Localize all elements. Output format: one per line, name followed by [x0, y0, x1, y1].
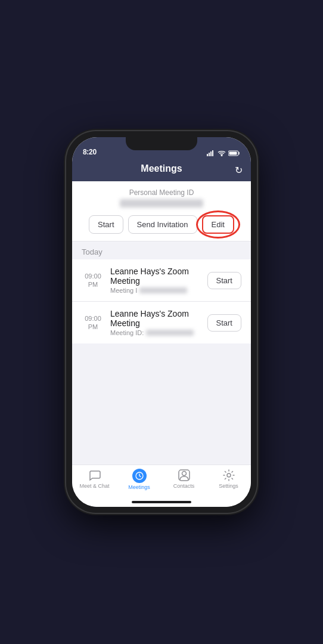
meeting-id-row: Meeting ID: [110, 329, 201, 336]
wifi-icon [218, 150, 226, 156]
meetings-icon-circle [132, 469, 147, 483]
svg-point-10 [227, 473, 231, 477]
svg-rect-6 [229, 152, 237, 155]
meeting-title: Leanne Hays's Zoom Meeting [110, 309, 201, 328]
tab-contacts-label: Contacts [173, 483, 195, 489]
tab-bar: Meet & Chat Meetings Co [72, 465, 251, 499]
status-time: 8:20 [83, 148, 97, 156]
gear-icon [222, 469, 235, 482]
meeting-item: 09:00 PM Leanne Hays's Zoom Meeting Meet… [72, 259, 251, 302]
svg-rect-1 [209, 153, 210, 156]
edit-button[interactable]: Edit [202, 215, 234, 234]
chat-icon [88, 469, 101, 482]
home-bar [132, 501, 191, 503]
svg-rect-0 [207, 154, 208, 156]
meeting-id-row: Meeting I [110, 287, 201, 294]
svg-rect-2 [210, 151, 212, 156]
meetings-list: 09:00 PM Leanne Hays's Zoom Meeting Meet… [72, 259, 251, 343]
meeting-start-button[interactable]: Start [207, 314, 241, 332]
meeting-info: Leanne Hays's Zoom Meeting Meeting ID: [110, 309, 201, 336]
meeting-id-blurred-sm [139, 287, 187, 293]
tab-meetings[interactable]: Meetings [117, 469, 162, 490]
today-label: Today [82, 247, 103, 256]
meeting-id-prefix: Meeting ID: [110, 329, 144, 336]
tab-settings-label: Settings [219, 483, 238, 489]
home-indicator [72, 499, 251, 507]
start-button[interactable]: Start [89, 215, 123, 234]
svg-point-4 [221, 155, 222, 156]
main-content: Personal Meeting ID Start Send Invitatio… [72, 181, 251, 465]
meeting-title: Leanne Hays's Zoom Meeting [110, 267, 201, 286]
status-icons [207, 150, 240, 156]
header-title: Meetings [141, 163, 182, 174]
svg-rect-3 [212, 150, 213, 156]
meeting-time: 09:00 PM [82, 272, 104, 289]
meeting-start-button[interactable]: Start [207, 272, 241, 289]
meeting-info: Leanne Hays's Zoom Meeting Meeting I [110, 267, 201, 294]
tab-contacts[interactable]: Contacts [162, 469, 206, 490]
clock-icon [135, 472, 144, 480]
action-buttons-row: Start Send Invitation Edit [82, 215, 241, 234]
tab-meetings-label: Meetings [128, 484, 150, 490]
meeting-item: 09:00 PM Leanne Hays's Zoom Meeting Meet… [72, 302, 251, 343]
meeting-time: 09:00 PM [82, 314, 104, 332]
phone-frame: 8:20 [66, 131, 257, 513]
edit-highlight-circle: Edit [202, 215, 234, 234]
personal-meeting-section: Personal Meeting ID Start Send Invitatio… [72, 181, 251, 242]
tab-meet-chat-label: Meet & Chat [79, 483, 109, 489]
app-header: Meetings ↻ [72, 159, 251, 181]
notch [126, 137, 197, 150]
meeting-id-prefix: Meeting I [110, 287, 137, 294]
tab-settings[interactable]: Settings [206, 469, 251, 490]
person-icon [178, 469, 191, 482]
meeting-id-blurred-sm [146, 330, 194, 336]
content-spacer [72, 343, 251, 465]
svg-point-8 [182, 472, 186, 476]
send-invitation-button[interactable]: Send Invitation [128, 215, 197, 234]
refresh-button[interactable]: ↻ [235, 165, 243, 176]
today-section-header: Today [72, 242, 251, 259]
phone-screen: 8:20 [72, 137, 251, 507]
battery-icon [228, 150, 240, 156]
personal-meeting-id [82, 199, 241, 209]
personal-meeting-label: Personal Meeting ID [82, 188, 241, 197]
tab-meet-chat[interactable]: Meet & Chat [72, 469, 117, 490]
meeting-id-blurred [120, 199, 203, 208]
signal-icon [207, 150, 215, 156]
